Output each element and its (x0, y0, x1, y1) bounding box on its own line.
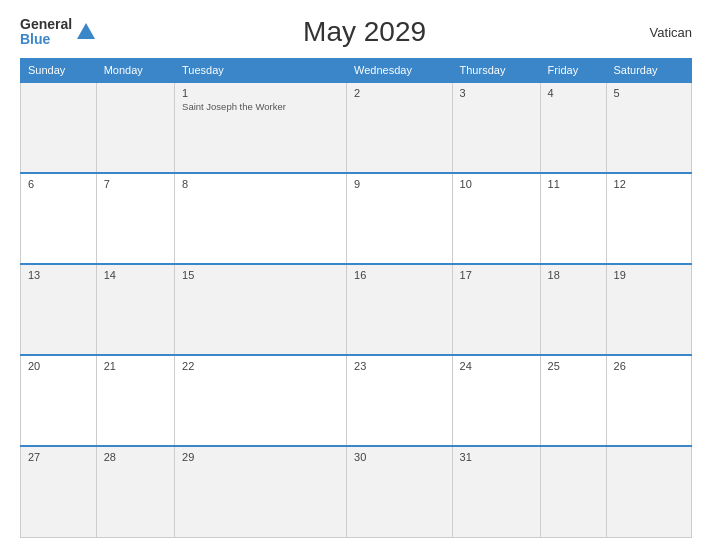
calendar-cell (540, 446, 606, 537)
calendar-cell: 5 (606, 82, 691, 173)
calendar-cell: 29 (175, 446, 347, 537)
day-number: 27 (28, 451, 89, 463)
calendar-cell: 30 (347, 446, 452, 537)
col-friday: Friday (540, 59, 606, 83)
calendar-title: May 2029 (97, 16, 632, 48)
day-number: 21 (104, 360, 167, 372)
logo-general-text: General (20, 17, 72, 31)
calendar-cell: 7 (96, 173, 174, 264)
col-tuesday: Tuesday (175, 59, 347, 83)
day-number: 12 (614, 178, 684, 190)
day-number: 30 (354, 451, 444, 463)
calendar-cell: 11 (540, 173, 606, 264)
calendar-header: General Blue May 2029 Vatican (20, 16, 692, 48)
calendar-cell: 27 (21, 446, 97, 537)
holiday-label: Saint Joseph the Worker (182, 101, 339, 113)
day-number: 4 (548, 87, 599, 99)
day-number: 16 (354, 269, 444, 281)
day-number: 1 (182, 87, 339, 99)
logo-icon (75, 21, 97, 43)
calendar-cell: 8 (175, 173, 347, 264)
calendar-cell: 12 (606, 173, 691, 264)
day-number: 23 (354, 360, 444, 372)
calendar-week-row: 2728293031 (21, 446, 692, 537)
calendar-header-row: Sunday Monday Tuesday Wednesday Thursday… (21, 59, 692, 83)
calendar-cell: 25 (540, 355, 606, 446)
calendar-week-row: 13141516171819 (21, 264, 692, 355)
country-name: Vatican (632, 25, 692, 40)
day-number: 3 (460, 87, 533, 99)
calendar-cell: 4 (540, 82, 606, 173)
calendar-cell: 19 (606, 264, 691, 355)
calendar-table: Sunday Monday Tuesday Wednesday Thursday… (20, 58, 692, 538)
calendar-week-row: 6789101112 (21, 173, 692, 264)
logo: General Blue (20, 17, 97, 47)
day-number: 6 (28, 178, 89, 190)
day-number: 29 (182, 451, 339, 463)
col-monday: Monday (96, 59, 174, 83)
day-number: 8 (182, 178, 339, 190)
day-number: 14 (104, 269, 167, 281)
day-number: 26 (614, 360, 684, 372)
calendar-cell: 1Saint Joseph the Worker (175, 82, 347, 173)
day-number: 28 (104, 451, 167, 463)
calendar-cell: 10 (452, 173, 540, 264)
col-sunday: Sunday (21, 59, 97, 83)
calendar-cell: 26 (606, 355, 691, 446)
calendar-page: General Blue May 2029 Vatican Sunday Mon… (0, 0, 712, 550)
svg-marker-0 (77, 23, 95, 39)
calendar-cell: 31 (452, 446, 540, 537)
calendar-week-row: 1Saint Joseph the Worker2345 (21, 82, 692, 173)
day-number: 11 (548, 178, 599, 190)
calendar-cell: 20 (21, 355, 97, 446)
day-number: 31 (460, 451, 533, 463)
day-number: 9 (354, 178, 444, 190)
day-number: 20 (28, 360, 89, 372)
col-thursday: Thursday (452, 59, 540, 83)
day-number: 19 (614, 269, 684, 281)
calendar-cell (606, 446, 691, 537)
day-number: 18 (548, 269, 599, 281)
calendar-cell: 18 (540, 264, 606, 355)
day-number: 25 (548, 360, 599, 372)
day-number: 17 (460, 269, 533, 281)
calendar-cell: 24 (452, 355, 540, 446)
calendar-cell: 28 (96, 446, 174, 537)
calendar-week-row: 20212223242526 (21, 355, 692, 446)
calendar-cell (96, 82, 174, 173)
day-number: 5 (614, 87, 684, 99)
calendar-cell: 3 (452, 82, 540, 173)
day-number: 13 (28, 269, 89, 281)
calendar-cell: 23 (347, 355, 452, 446)
col-saturday: Saturday (606, 59, 691, 83)
calendar-body: 1Saint Joseph the Worker2345678910111213… (21, 82, 692, 538)
day-number: 7 (104, 178, 167, 190)
logo-blue-text: Blue (20, 31, 72, 47)
calendar-cell (21, 82, 97, 173)
day-number: 15 (182, 269, 339, 281)
day-number: 24 (460, 360, 533, 372)
calendar-cell: 2 (347, 82, 452, 173)
calendar-cell: 16 (347, 264, 452, 355)
col-wednesday: Wednesday (347, 59, 452, 83)
calendar-cell: 15 (175, 264, 347, 355)
calendar-cell: 14 (96, 264, 174, 355)
calendar-cell: 17 (452, 264, 540, 355)
calendar-cell: 9 (347, 173, 452, 264)
calendar-cell: 13 (21, 264, 97, 355)
calendar-cell: 22 (175, 355, 347, 446)
day-number: 22 (182, 360, 339, 372)
calendar-cell: 21 (96, 355, 174, 446)
day-number: 10 (460, 178, 533, 190)
day-number: 2 (354, 87, 444, 99)
calendar-cell: 6 (21, 173, 97, 264)
